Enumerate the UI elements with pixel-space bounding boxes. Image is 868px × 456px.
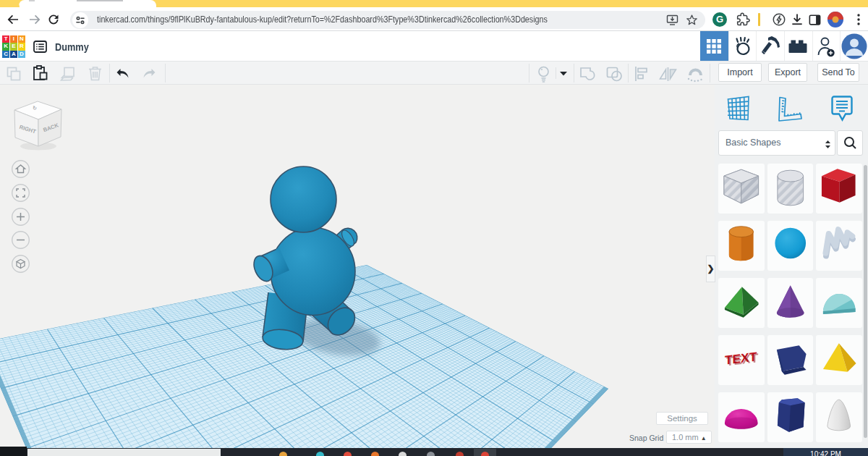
- svg-text:TEXT: TEXT: [726, 350, 759, 368]
